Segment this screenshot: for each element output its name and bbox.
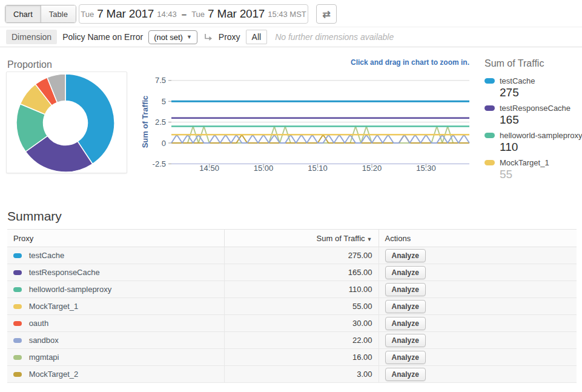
traffic-value-cell: 110.00: [224, 281, 379, 298]
summary-table: Proxy Sum of Traffic▼ Actions testCache …: [7, 229, 577, 383]
proportion-donut-chart[interactable]: [7, 72, 127, 173]
dimension-value: (not set): [154, 33, 183, 42]
chart-view-button[interactable]: Chart: [5, 5, 41, 22]
proxy-color-swatch: [13, 372, 22, 377]
traffic-value-cell: 275.00: [224, 247, 379, 264]
legend-value: 275: [500, 85, 580, 99]
sub-dimension-name: Proxy: [219, 32, 240, 42]
chevron-down-icon: ▼: [187, 34, 192, 40]
proxy-color-swatch: [13, 287, 22, 292]
table-row-MockTarget_2: MockTarget_2 3.00 Analyze: [7, 366, 577, 383]
proxy-color-swatch: [13, 270, 22, 275]
start-time: 14:43: [157, 10, 177, 19]
y-tick-label: 5: [162, 97, 166, 106]
proxy-cell: MockTarget_2: [7, 366, 224, 383]
x-tick-label: 15:20: [362, 164, 382, 173]
actions-cell: Analyze: [379, 298, 577, 315]
column-header-sum-of-traffic[interactable]: Sum of Traffic▼: [224, 230, 379, 247]
legend-title: Sum of Traffic: [484, 58, 580, 69]
actions-cell: Analyze: [379, 281, 577, 298]
legend-label: MockTarget_1: [500, 158, 549, 167]
proxy-cell: sandbox: [7, 332, 224, 349]
legend-label: helloworld-sampleproxy: [500, 131, 582, 140]
refresh-icon: ⇄: [322, 8, 330, 20]
table-row-mgmtapi: mgmtapi 16.00 Analyze: [7, 349, 577, 366]
actions-cell: Analyze: [379, 315, 577, 332]
x-tick-label: 14:50: [199, 164, 219, 173]
proxy-cell: mgmtapi: [7, 349, 224, 366]
proxy-color-swatch: [13, 253, 22, 258]
proxy-color-swatch: [13, 355, 22, 360]
proxy-name: MockTarget_1: [29, 302, 79, 311]
legend-item-helloworld-sampleproxy[interactable]: helloworld-sampleproxy 110: [484, 131, 580, 154]
proxy-name: oauth: [29, 319, 49, 328]
proxy-name: testCache: [29, 251, 65, 261]
table-view-button[interactable]: Table: [41, 5, 76, 22]
analyze-button[interactable]: Analyze: [385, 368, 426, 381]
toolbar: Chart Table Tue 7 Mar 2017 14:43 – Tue 7…: [0, 0, 582, 27]
analyze-button[interactable]: Analyze: [385, 334, 426, 347]
dimension-value-dropdown[interactable]: (not set) ▼: [148, 30, 197, 44]
legend-item-testCache[interactable]: testCache 275: [484, 76, 580, 99]
y-tick-label: 0: [162, 139, 166, 148]
start-date: 7 Mar 2017: [97, 7, 154, 21]
legend-swatch: [484, 105, 495, 111]
proxy-cell: testResponseCache: [7, 264, 224, 281]
proxy-name: mgmtapi: [29, 353, 59, 362]
traffic-value-cell: 16.00: [224, 349, 379, 366]
date-range-picker[interactable]: Tue 7 Mar 2017 14:43 – Tue 7 Mar 2017 15…: [79, 4, 308, 24]
analyze-button[interactable]: Analyze: [385, 317, 426, 330]
proportion-title: Proportion: [7, 59, 52, 70]
analyze-button[interactable]: Analyze: [385, 283, 426, 296]
table-row-helloworld-sampleproxy: helloworld-sampleproxy 110.00 Analyze: [7, 281, 577, 298]
view-toggle: Chart Table: [5, 5, 76, 23]
table-row-MockTarget_1: MockTarget_1 55.00 Analyze: [7, 298, 577, 315]
legend-value: 55: [500, 167, 580, 181]
actions-cell: Analyze: [379, 366, 577, 383]
table-row-testResponseCache: testResponseCache 165.00 Analyze: [7, 264, 577, 281]
summary-title: Summary: [7, 209, 62, 224]
proxy-cell: MockTarget_1: [7, 298, 224, 315]
legend-swatch: [484, 78, 495, 84]
end-day: Tue: [191, 10, 205, 19]
dimension-bar: Dimension Policy Name on Error (not set)…: [0, 27, 582, 47]
proxy-name: MockTarget_2: [29, 370, 79, 379]
x-tick-label: 15:10: [308, 164, 328, 173]
proxy-cell: testCache: [7, 247, 224, 264]
traffic-value-cell: 30.00: [224, 315, 379, 332]
y-tick-label: -2.5: [153, 159, 166, 168]
proxy-color-swatch: [13, 321, 22, 326]
date-range-separator: –: [182, 9, 187, 19]
legend-swatch: [484, 160, 495, 165]
dimension-label: Dimension: [6, 30, 57, 44]
chart-legend: Sum of Traffic testCache 275 testRespons…: [484, 58, 580, 185]
actions-cell: Analyze: [379, 349, 577, 366]
summary-table-header: Proxy Sum of Traffic▼ Actions: [7, 230, 577, 247]
refresh-button[interactable]: ⇄: [316, 4, 337, 24]
proxy-color-swatch: [13, 338, 22, 343]
column-header-actions: Actions: [379, 230, 577, 247]
column-header-proxy[interactable]: Proxy: [7, 230, 224, 247]
sub-dimension-value-button[interactable]: All: [246, 30, 268, 44]
traffic-value-cell: 55.00: [224, 298, 379, 315]
analyze-button[interactable]: Analyze: [385, 266, 426, 279]
y-axis-label: Sum of Traffic: [141, 96, 150, 148]
proxy-name: testResponseCache: [29, 268, 100, 277]
traffic-value-cell: 165.00: [224, 264, 379, 281]
start-day: Tue: [81, 10, 94, 19]
end-time: 15:43 MST: [268, 10, 306, 19]
sort-desc-icon: ▼: [367, 236, 372, 242]
analyze-button[interactable]: Analyze: [385, 351, 426, 364]
y-tick-label: 2.5: [155, 118, 166, 127]
legend-label: testCache: [500, 76, 535, 85]
proxy-name: helloworld-sampleproxy: [29, 285, 112, 294]
legend-item-MockTarget_1[interactable]: MockTarget_1 55: [484, 158, 580, 181]
analyze-button[interactable]: Analyze: [385, 300, 426, 313]
actions-cell: Analyze: [379, 332, 577, 349]
table-row-testCache: testCache 275.00 Analyze: [7, 247, 577, 264]
actions-cell: Analyze: [379, 247, 577, 264]
legend-item-testResponseCache[interactable]: testResponseCache 165: [484, 104, 580, 127]
traffic-line-chart[interactable]: 7.552.50-2.514:5015:0015:1015:2015:30Sum…: [139, 55, 478, 179]
proxy-color-swatch: [13, 304, 22, 309]
analyze-button[interactable]: Analyze: [385, 249, 426, 262]
